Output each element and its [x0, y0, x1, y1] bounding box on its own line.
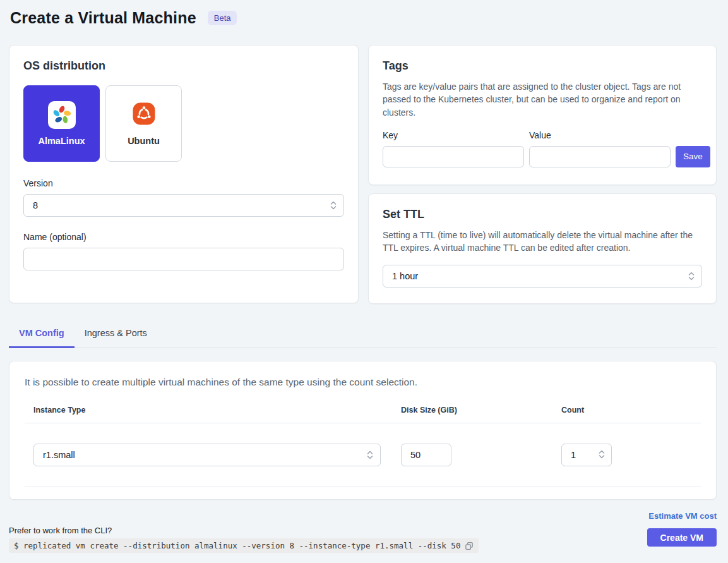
vm-config-intro: It is possible to create multiple virtua… [25, 377, 701, 388]
os-option-ubuntu[interactable]: Ubuntu [105, 85, 182, 162]
os-tiles: AlmaLinux [23, 85, 344, 162]
tag-value-input[interactable] [529, 146, 671, 167]
create-vm-button[interactable]: Create VM [647, 528, 717, 547]
version-select[interactable]: 8 [23, 194, 344, 217]
ttl-select[interactable]: 1 hour [383, 265, 702, 288]
count-stepper[interactable]: 1 [561, 444, 612, 466]
right-column: Tags Tags are key/value pairs that are a… [368, 45, 717, 304]
column-instance-type: Instance Type [25, 406, 392, 415]
stepper-arrows-icon[interactable] [599, 449, 605, 461]
vm-table-header: Instance Type Disk Size (GiB) Count [25, 406, 701, 423]
save-tag-button[interactable]: Save [676, 146, 710, 167]
cli-area: Prefer to work from the CLI? $ replicate… [9, 526, 479, 553]
vm-config-card: It is possible to create multiple virtua… [9, 361, 717, 500]
os-option-label: Ubuntu [128, 136, 160, 146]
beta-badge: Beta [208, 11, 237, 25]
table-row: r1.small 1 [25, 423, 701, 487]
tags-card: Tags Tags are key/value pairs that are a… [368, 45, 717, 185]
create-vm-page: Create a Virtual Machine Beta OS distrib… [0, 0, 728, 553]
count-value: 1 [571, 450, 576, 460]
tag-key-input[interactable] [383, 146, 524, 167]
os-option-almalinux[interactable]: AlmaLinux [23, 85, 100, 162]
page-title: Create a Virtual Machine [10, 9, 196, 27]
top-grid: OS distribution AlmaLinux [9, 45, 717, 304]
version-label: Version [23, 178, 344, 188]
instance-type-value: r1.small [43, 450, 75, 460]
tags-description: Tags are key/value pairs that are assign… [383, 80, 702, 119]
almalinux-logo-icon [48, 101, 76, 129]
ttl-select-value: 1 hour [392, 271, 418, 281]
ubuntu-logo-icon [131, 101, 157, 129]
page-header: Create a Virtual Machine Beta [9, 8, 717, 27]
cli-command-text: $ replicated vm create --distribution al… [14, 541, 460, 550]
disk-size-input[interactable] [401, 444, 451, 466]
estimate-vm-cost-link[interactable]: Estimate VM cost [648, 511, 717, 521]
footer-row: Prefer to work from the CLI? $ replicate… [9, 526, 717, 553]
chevron-updown-icon [367, 450, 373, 460]
tag-key-label: Key [383, 130, 524, 140]
chevron-updown-icon [688, 271, 695, 281]
name-input[interactable] [23, 248, 344, 270]
instance-type-select[interactable]: r1.small [33, 444, 381, 466]
name-label: Name (optional) [23, 232, 344, 242]
tag-value-label: Value [529, 130, 671, 140]
column-disk-size: Disk Size (GiB) [392, 406, 552, 415]
cli-command-block: $ replicated vm create --distribution al… [9, 538, 479, 553]
column-count: Count [552, 406, 701, 415]
os-option-label: AlmaLinux [38, 136, 85, 146]
tab-bar: VM Config Ingress & Ports [9, 320, 717, 348]
cli-prompt: Prefer to work from the CLI? [9, 526, 479, 535]
ttl-card-title: Set TTL [383, 208, 702, 221]
estimate-row: Estimate VM cost [9, 510, 717, 521]
ttl-description: Setting a TTL (time to live) will automa… [383, 229, 702, 255]
tab-ingress-ports[interactable]: Ingress & Ports [75, 320, 157, 348]
ttl-card: Set TTL Setting a TTL (time to live) wil… [368, 193, 717, 304]
copy-icon[interactable] [465, 542, 474, 550]
version-select-value: 8 [33, 200, 38, 210]
chevron-updown-icon [330, 200, 337, 210]
tags-card-title: Tags [383, 59, 702, 73]
tag-form: Key Value Save [383, 130, 702, 167]
os-card-title: OS distribution [23, 59, 344, 73]
os-distribution-card: OS distribution AlmaLinux [9, 45, 359, 303]
tab-vm-config[interactable]: VM Config [9, 320, 75, 348]
